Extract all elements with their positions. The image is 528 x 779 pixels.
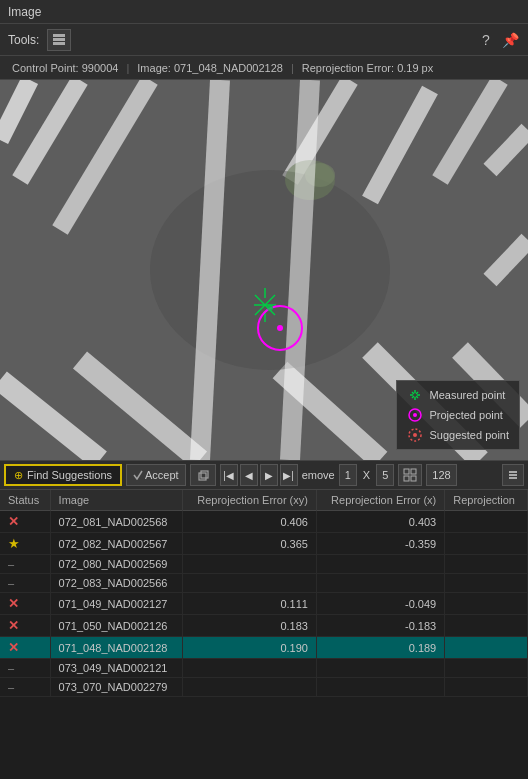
nav-first-button[interactable]: |◀ [220,464,238,486]
legend-projected: Projected point [407,407,509,423]
settings-button[interactable] [502,464,524,486]
bottom-section: ⊕ Find Suggestions Accept |◀ ◀ ▶ ▶| emov… [0,460,528,779]
table-row[interactable]: –072_080_NAD002569 [0,555,528,574]
svg-line-38 [416,392,418,394]
svg-rect-50 [509,471,517,473]
table-row[interactable]: ★072_082_NAD0025670.365-0.359 [0,533,528,555]
reprojection-table: Status Image Reprojection Error (xy) Rep… [0,490,528,697]
cell-rep-xy [182,555,316,574]
title-text: Image [8,5,41,19]
cell-image: 072_082_NAD002567 [50,533,182,555]
accept-label: Accept [145,469,179,481]
table-icon [52,33,66,47]
cell-rep-xy: 0.365 [182,533,316,555]
find-suggestions-icon: ⊕ [14,469,23,482]
cell-rep [445,659,528,678]
table-row[interactable]: ✕071_049_NAD0021270.111-0.049 [0,593,528,615]
image-value: 071_048_NAD002128 [174,62,283,74]
bottom-toolbar: ⊕ Find Suggestions Accept |◀ ◀ ▶ ▶| emov… [0,460,528,490]
cell-rep-x [316,555,444,574]
copy-button[interactable] [190,464,216,486]
cell-status: – [0,678,50,697]
cell-rep-x: -0.359 [316,533,444,555]
table-row[interactable]: ✕072_081_NAD0025680.4060.403 [0,511,528,533]
cell-status: ✕ [0,637,50,659]
svg-line-37 [416,396,418,398]
grid-button[interactable] [398,464,422,486]
table-row[interactable]: –072_083_NAD002566 [0,574,528,593]
cell-image: 071_050_NAD002126 [50,615,182,637]
control-point-value: 990004 [82,62,119,74]
pin-button[interactable]: 📌 [500,30,520,50]
find-suggestions-button[interactable]: ⊕ Find Suggestions [4,464,122,486]
svg-point-18 [150,170,390,370]
cell-rep-xy: 0.111 [182,593,316,615]
status-dash-icon: – [8,681,14,693]
cell-rep-xy: 0.406 [182,511,316,533]
status-dash-icon: – [8,577,14,589]
cell-rep [445,533,528,555]
svg-rect-48 [404,476,409,481]
cell-status: ✕ [0,615,50,637]
svg-rect-44 [199,473,206,480]
cell-status: ✕ [0,593,50,615]
table-row[interactable]: –073_070_NAD002279 [0,678,528,697]
cell-rep-xy [182,574,316,593]
status-dash-icon: – [8,662,14,674]
counter-value: 1 [345,469,351,481]
accept-button[interactable]: Accept [126,464,186,486]
measured-icon [407,387,423,403]
grid-value: 5 [382,469,388,481]
sep2: | [291,62,294,74]
zoom-value: 128 [432,469,450,481]
nav-last-button[interactable]: ▶| [280,464,298,486]
help-button[interactable]: ? [476,30,496,50]
svg-point-41 [413,413,417,417]
cell-rep-x [316,678,444,697]
image-label: Image: [137,62,171,74]
cell-rep [445,637,528,659]
legend-measured: Measured point [407,387,509,403]
cell-rep-xy: 0.183 [182,615,316,637]
suggested-icon [407,427,423,443]
cell-image: 072_081_NAD002568 [50,511,182,533]
toolbar: Tools: ? 📌 [0,24,528,56]
x-separator: X [361,469,372,481]
svg-rect-2 [53,42,65,45]
cell-image: 071_049_NAD002127 [50,593,182,615]
svg-rect-0 [53,34,65,37]
svg-rect-47 [411,469,416,474]
suggested-label: Suggested point [429,429,509,441]
cell-status: ★ [0,533,50,555]
svg-line-36 [412,392,414,394]
nav-prev-button[interactable]: ◀ [240,464,258,486]
col-rep-x: Reprojection Error (x) [316,490,444,511]
table-row[interactable]: ✕071_050_NAD0021260.183-0.183 [0,615,528,637]
projected-label: Projected point [429,409,502,421]
svg-point-31 [267,305,273,311]
svg-rect-51 [509,474,517,476]
remove-label: emove [302,469,335,481]
settings-icon [507,469,519,481]
status-x-icon: ✕ [8,596,19,611]
title-bar: Image [0,0,528,24]
tools-icon-btn[interactable] [47,29,71,51]
checkmark-icon [133,470,143,480]
cell-rep-xy: 0.190 [182,637,316,659]
table-row[interactable]: –073_049_NAD002121 [0,659,528,678]
cell-status: – [0,574,50,593]
cell-rep [445,615,528,637]
table-row[interactable]: ✕071_048_NAD0021280.1900.189 [0,637,528,659]
legend-overlay: Measured point Projected point Suggested… [396,380,520,450]
cell-rep-x: -0.049 [316,593,444,615]
remove-button[interactable]: emove [302,469,335,481]
status-x-icon: ✕ [8,640,19,655]
svg-rect-46 [404,469,409,474]
reprojection-value: 0.19 px [397,62,433,74]
navigation-controls: |◀ ◀ ▶ ▶| [220,464,298,486]
svg-line-39 [412,396,414,398]
nav-next-button[interactable]: ▶ [260,464,278,486]
table-container[interactable]: Status Image Reprojection Error (xy) Rep… [0,490,528,779]
grid-display: 5 [376,464,394,486]
table-header-row: Status Image Reprojection Error (xy) Rep… [0,490,528,511]
